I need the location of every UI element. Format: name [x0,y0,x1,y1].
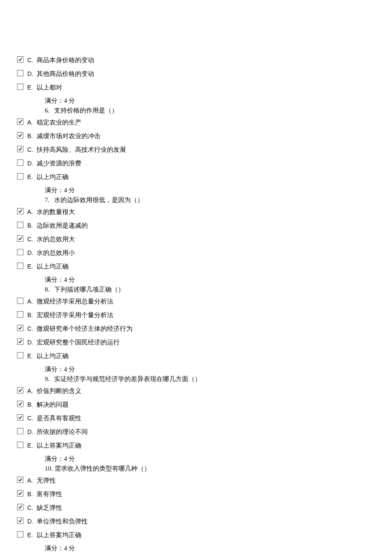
question-text: 实证经济学与规范经济学的差异表现在哪几方面（） [54,376,201,382]
option-letter: A. [27,208,37,215]
checkbox-cell [17,531,27,539]
option-letter: C. [27,414,37,422]
option-row: D.宏观研究整个国民经济的运行 [17,338,392,347]
option-text: 以上均正确 [37,173,69,181]
option-letter: D. [27,159,37,167]
option-text: 所依据的理论不同 [37,428,88,436]
checkbox-cell [17,441,27,450]
checkbox-unchecked-icon[interactable] [17,531,23,538]
checkbox-cell [17,262,27,271]
checkbox-cell [17,338,27,346]
checkbox-cell [17,400,27,408]
option-row: B.边际效用是递减的 [17,221,392,230]
option-text: 无弹性 [37,476,56,485]
question-prompt: 7. 水的边际效用很低，是因为（） [45,196,392,204]
option-letter: C. [27,145,37,153]
checkbox-unchecked-icon[interactable] [17,352,23,358]
question-text: 支持价格的作用是（） [54,107,118,114]
checkbox-checked-icon[interactable] [17,387,23,393]
checkbox-checked-icon[interactable] [17,504,23,510]
checkbox-checked-icon[interactable] [17,56,23,63]
option-text: 是否具有客观性 [37,414,81,422]
option-text: 减少资源的浪费 [37,159,81,168]
option-text: 商品本身价格的变动 [37,56,94,64]
option-letter: C. [27,235,37,243]
checkbox-cell [17,249,27,257]
checkbox-cell [17,208,27,215]
option-text: 水的总效用小 [37,249,75,257]
option-text: 水的总效用大 [37,235,75,243]
checkbox-checked-icon[interactable] [17,235,23,242]
checkbox-unchecked-icon[interactable] [17,84,23,90]
option-letter: D. [27,517,37,525]
checkbox-cell [17,83,27,92]
question-number: 6. [45,107,52,114]
checkbox-cell [17,324,27,332]
score-label: 满分：4 分 [45,186,392,194]
checkbox-checked-icon[interactable] [17,477,23,483]
checkbox-unchecked-icon[interactable] [17,173,23,179]
option-letter: A. [27,297,37,305]
question-number: 8. [45,286,52,293]
checkbox-checked-icon[interactable] [17,208,23,214]
checkbox-cell [17,297,27,306]
checkbox-unchecked-icon[interactable] [17,70,23,76]
checkbox-cell [17,428,27,436]
checkbox-unchecked-icon[interactable] [17,311,23,318]
checkbox-unchecked-icon[interactable] [17,298,23,304]
option-row: B.解决的问题 [17,400,392,409]
checkbox-cell [17,414,27,422]
checkbox-checked-icon[interactable] [17,414,23,421]
option-text: 价值判断的含义 [37,387,81,395]
option-row: E.以上均正确 [17,173,392,181]
checkbox-cell [17,235,27,243]
checkbox-checked-icon[interactable] [17,517,23,524]
checkbox-checked-icon[interactable] [17,338,23,345]
option-letter: B. [27,400,37,408]
checkbox-unchecked-icon[interactable] [17,263,23,269]
checkbox-unchecked-icon[interactable] [17,249,23,255]
option-row: A.无弹性 [17,476,392,485]
option-row: C.商品本身价格的变动 [17,56,392,64]
option-text: 以上都对 [37,83,62,92]
option-text: 稳定农业的生产 [37,118,81,127]
option-row: D.单位弹性和负弹性 [17,517,392,526]
checkbox-unchecked-icon[interactable] [17,159,23,166]
question-number: 7. [45,197,52,204]
option-letter: E. [27,262,37,270]
checkbox-unchecked-icon[interactable] [17,222,23,228]
option-row: A.微观经济学采用总量分析法 [17,297,392,306]
option-text: 减缓市场对农业的冲击 [37,132,101,140]
checkbox-cell [17,118,27,126]
option-row: A.价值判断的含义 [17,387,392,395]
checkbox-checked-icon[interactable] [17,146,23,152]
question-text: 水的边际效用很低，是因为（） [54,197,144,203]
option-row: A.稳定农业的生产 [17,118,392,127]
question-number: 9. [45,376,52,383]
option-text: 宏观经济学采用个量分析法 [37,311,113,319]
checkbox-checked-icon[interactable] [17,490,23,497]
checkbox-unchecked-icon[interactable] [17,428,23,434]
score-label: 满分：4 分 [45,455,392,463]
checkbox-unchecked-icon[interactable] [17,442,23,448]
option-row: B.宏观经济学采用个量分析法 [17,311,392,319]
option-letter: E. [27,173,37,180]
checkbox-cell [17,159,27,168]
checkbox-checked-icon[interactable] [17,401,23,407]
option-row: D.所依据的理论不同 [17,428,392,436]
option-letter: E. [27,352,37,359]
checkbox-cell [17,490,27,497]
option-text: 微观研究单个经济主体的经济行为 [37,324,133,333]
checkbox-cell [17,221,27,230]
option-text: 水的数量很大 [37,208,75,216]
checkbox-checked-icon[interactable] [17,119,23,125]
question-text: 下列描述哪几项正确（） [54,286,124,293]
checkbox-checked-icon[interactable] [17,132,23,139]
option-text: 缺乏弹性 [37,503,62,512]
option-letter: E. [27,83,37,91]
option-text: 以上答案均正确 [37,531,81,539]
question-prompt: 10. 需求收入弹性的类型有哪几种（） [45,465,392,473]
question-prompt: 8. 下列描述哪几项正确（） [45,286,392,294]
score-label: 满分：4 分 [45,276,392,284]
checkbox-checked-icon[interactable] [17,325,23,331]
